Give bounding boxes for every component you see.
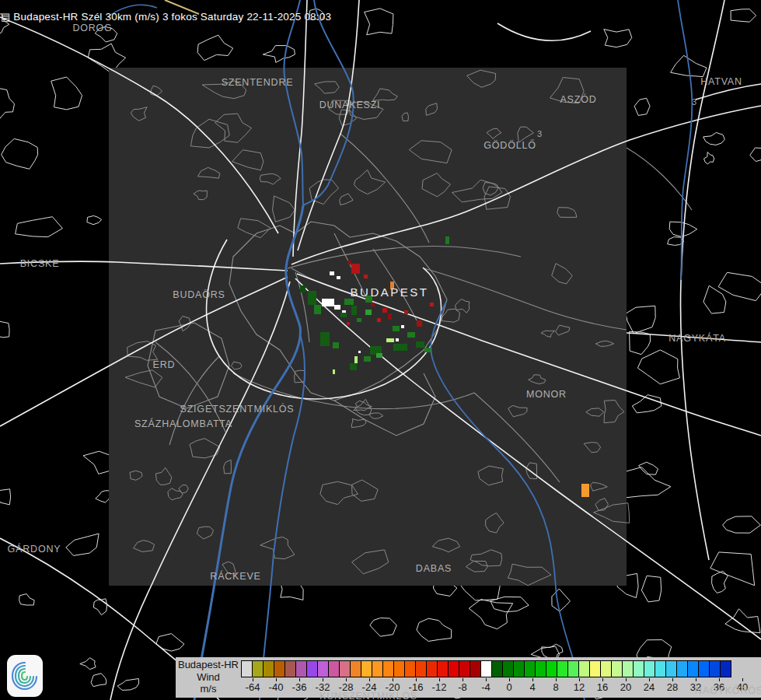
legend-color-box: [513, 660, 525, 677]
legend-color-box: [655, 660, 666, 677]
radar-echo: [322, 299, 334, 306]
legend-tick-label: 24: [644, 681, 655, 693]
legend-color-box: [295, 660, 307, 677]
radar-echo: [386, 338, 394, 342]
radar-echo: [364, 356, 371, 362]
radar-echo: [445, 236, 449, 244]
radar-echo: [416, 341, 424, 348]
legend-color-box: [437, 660, 449, 677]
radar-map: [0, 0, 761, 700]
legend-color-box: [633, 660, 644, 677]
radar-echo: [351, 306, 357, 315]
radar-echo: [300, 285, 305, 292]
legend-color-box: [709, 660, 721, 677]
legend-color-box: [622, 660, 634, 677]
legend-color-box: [393, 660, 405, 677]
legend-color-box: [611, 660, 623, 677]
legend-color-box: [252, 660, 264, 677]
radar-echo: [417, 320, 422, 327]
radar-echo: [350, 363, 357, 370]
radar-echo: [351, 264, 360, 274]
legend-color-box: [328, 660, 340, 677]
legend-color-box: [470, 660, 481, 677]
swirl-logo-icon: [9, 659, 40, 693]
legend-color-box: [535, 660, 546, 677]
radar-echo: [333, 369, 335, 374]
legend-color-box: [491, 660, 503, 677]
radar-echo: [365, 296, 372, 303]
legend-color-box: [415, 660, 427, 677]
legend-color-box: [589, 660, 601, 677]
radar-echo: [401, 325, 404, 328]
legend-color-box: [665, 660, 677, 677]
radar-echo: [390, 282, 394, 289]
radar-echo: [354, 356, 358, 363]
radar-echo: [364, 275, 368, 278]
legend-tick-label: -8: [458, 681, 467, 693]
radar-echo: [340, 313, 347, 317]
radar-echo: [371, 303, 375, 306]
legend-color-box: [372, 660, 383, 677]
legend-tick-label: -32: [316, 681, 330, 693]
legend-color-box: [459, 660, 470, 677]
app-logo: [7, 655, 43, 697]
legend-tick-label: -36: [292, 681, 307, 693]
radar-echo: [393, 344, 407, 351]
legend-color-box: [480, 660, 492, 677]
legend-tick-label: 36: [714, 681, 724, 693]
legend-color-box: [546, 660, 557, 677]
legend-color-box: [404, 660, 416, 677]
legend-color-box: [676, 660, 688, 677]
radar-echo: [344, 299, 354, 305]
radar-echo: [424, 348, 431, 352]
legend-tick-label: 40: [737, 681, 748, 693]
page-title: Budapest-HR Szél 30km (m/s) 3 fokos Satu…: [13, 11, 331, 23]
title-bar: ▤ Budapest-HR Szél 30km (m/s) 3 fokos Sa…: [0, 11, 331, 23]
radar-echo: [396, 338, 399, 341]
legend-color-box: [557, 660, 568, 677]
legend-color-box: [698, 660, 710, 677]
legend-color-box: [426, 660, 438, 677]
legend-parameter: Wind: [176, 671, 241, 684]
radar-echo: [357, 318, 361, 322]
legend-title: Budapest-HR Wind m/s: [176, 659, 241, 695]
legend-tick-label: -24: [362, 681, 377, 693]
legend-color-box: [720, 660, 731, 677]
radar-echo: [358, 351, 361, 353]
color-scale-legend: Budapest-HR Wind m/s -64-40-36-32-28-24-…: [176, 657, 761, 698]
legend-color-box: [567, 660, 579, 677]
radar-coverage-area: [109, 68, 627, 586]
legend-color-box: [317, 660, 329, 677]
radar-echo: [393, 326, 400, 331]
legend-color-box: [274, 660, 285, 677]
radar-echo: [330, 271, 334, 275]
radar-echo: [334, 305, 340, 310]
radar-echo: [333, 342, 339, 348]
legend-tick-label: -4: [481, 681, 490, 693]
radar-echo: [376, 353, 382, 358]
legend-tick-label: -20: [386, 681, 400, 693]
radar-echo: [382, 308, 387, 313]
legend-tick-label: -40: [269, 681, 284, 693]
legend-tick-label: -12: [432, 681, 447, 693]
legend-color-box: [524, 660, 536, 677]
legend-unit: m/s: [176, 683, 241, 695]
radar-display: ▤ Budapest-HR Szél 30km (m/s) 3 fokos Sa…: [0, 0, 761, 700]
legend-tick-label: -64: [246, 681, 260, 693]
legend-color-box: [644, 660, 655, 677]
radar-echo: [407, 332, 415, 338]
radar-echo: [337, 276, 340, 279]
legend-color-box: [285, 660, 296, 677]
legend-tick-label: 32: [690, 681, 701, 693]
legend-color-box: [241, 660, 253, 677]
legend-tick-label: 8: [553, 681, 558, 693]
radar-echo: [308, 291, 316, 305]
legend-color-box: [502, 660, 514, 677]
radar-echo: [581, 484, 589, 497]
legend-tick-label: -28: [339, 681, 354, 693]
legend-tick-label: 4: [529, 681, 535, 693]
site-icon: ▤: [1, 12, 10, 22]
radar-echo: [430, 303, 434, 306]
legend-tick-label: 0: [506, 681, 511, 693]
legend-tick-label: 16: [597, 681, 608, 693]
